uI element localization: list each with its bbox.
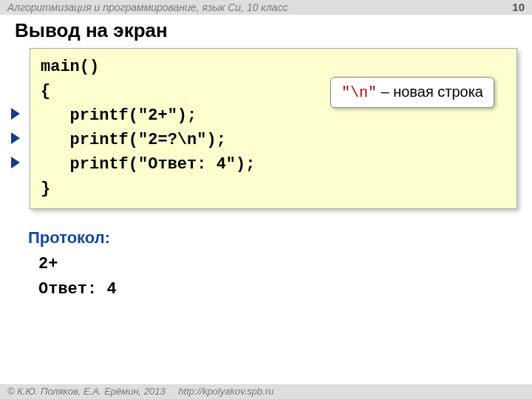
code-line-4: printf("2=?\n"); (41, 128, 506, 152)
protocol-output: 2+ Ответ: 4 (38, 252, 532, 302)
course-title: Алгоритмизация и программирование, язык … (7, 1, 288, 13)
code-block: main() { printf("2+"); printf("2=?\n"); … (30, 48, 517, 209)
protocol-label: Протокол: (28, 228, 532, 248)
header-bar: Алгоритмизация и программирование, язык … (0, 0, 532, 15)
callout-code: "\n" (341, 84, 377, 101)
bullet-arrow-icon (11, 108, 20, 120)
bullet-arrow-icon (11, 157, 20, 168)
code-line-5: printf("Ответ: 4"); (41, 152, 506, 177)
callout-text: – новая строка (377, 83, 483, 100)
page-number: 10 (512, 1, 525, 13)
code-line-1: main() (41, 55, 506, 79)
code-line-6: } (41, 177, 506, 201)
page-title: Вывод на экран (15, 19, 532, 42)
bullet-arrow-icon (11, 132, 20, 144)
callout-newline: "\n" – новая строка (330, 77, 494, 108)
footer-bar: © К.Ю. Поляков, Е.А. Ерёмин, 2013 http:/… (0, 384, 532, 399)
copyright: © К.Ю. Поляков, Е.А. Ерёмин, 2013 (7, 386, 166, 397)
protocol-section: Протокол: 2+ Ответ: 4 (28, 228, 532, 302)
footer-link[interactable]: http://kpolyakov.spb.ru (178, 386, 273, 397)
